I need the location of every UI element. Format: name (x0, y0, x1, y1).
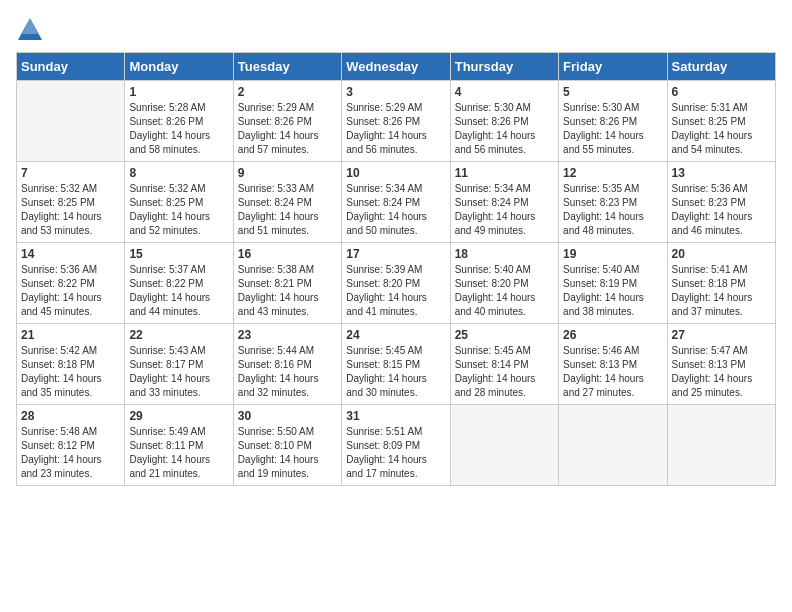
day-info: Sunrise: 5:37 AMSunset: 8:22 PMDaylight:… (129, 263, 228, 319)
day-number: 26 (563, 328, 662, 342)
day-cell (559, 405, 667, 486)
day-info: Sunrise: 5:50 AMSunset: 8:10 PMDaylight:… (238, 425, 337, 481)
day-cell (667, 405, 775, 486)
day-info: Sunrise: 5:28 AMSunset: 8:26 PMDaylight:… (129, 101, 228, 157)
day-info: Sunrise: 5:36 AMSunset: 8:23 PMDaylight:… (672, 182, 771, 238)
logo-icon (16, 16, 44, 44)
day-number: 5 (563, 85, 662, 99)
day-number: 24 (346, 328, 445, 342)
day-info: Sunrise: 5:31 AMSunset: 8:25 PMDaylight:… (672, 101, 771, 157)
col-header-friday: Friday (559, 53, 667, 81)
day-cell: 18 Sunrise: 5:40 AMSunset: 8:20 PMDaylig… (450, 243, 558, 324)
day-cell: 12 Sunrise: 5:35 AMSunset: 8:23 PMDaylig… (559, 162, 667, 243)
day-cell: 21 Sunrise: 5:42 AMSunset: 8:18 PMDaylig… (17, 324, 125, 405)
day-info: Sunrise: 5:32 AMSunset: 8:25 PMDaylight:… (21, 182, 120, 238)
day-info: Sunrise: 5:32 AMSunset: 8:25 PMDaylight:… (129, 182, 228, 238)
day-info: Sunrise: 5:30 AMSunset: 8:26 PMDaylight:… (563, 101, 662, 157)
day-number: 12 (563, 166, 662, 180)
day-info: Sunrise: 5:33 AMSunset: 8:24 PMDaylight:… (238, 182, 337, 238)
day-number: 25 (455, 328, 554, 342)
day-cell (17, 81, 125, 162)
day-info: Sunrise: 5:40 AMSunset: 8:19 PMDaylight:… (563, 263, 662, 319)
col-header-thursday: Thursday (450, 53, 558, 81)
day-cell: 16 Sunrise: 5:38 AMSunset: 8:21 PMDaylig… (233, 243, 341, 324)
day-info: Sunrise: 5:41 AMSunset: 8:18 PMDaylight:… (672, 263, 771, 319)
day-cell: 31 Sunrise: 5:51 AMSunset: 8:09 PMDaylig… (342, 405, 450, 486)
day-number: 21 (21, 328, 120, 342)
header-row: SundayMondayTuesdayWednesdayThursdayFrid… (17, 53, 776, 81)
day-cell: 8 Sunrise: 5:32 AMSunset: 8:25 PMDayligh… (125, 162, 233, 243)
day-cell: 23 Sunrise: 5:44 AMSunset: 8:16 PMDaylig… (233, 324, 341, 405)
day-cell: 1 Sunrise: 5:28 AMSunset: 8:26 PMDayligh… (125, 81, 233, 162)
day-info: Sunrise: 5:39 AMSunset: 8:20 PMDaylight:… (346, 263, 445, 319)
day-cell: 4 Sunrise: 5:30 AMSunset: 8:26 PMDayligh… (450, 81, 558, 162)
day-number: 23 (238, 328, 337, 342)
day-cell: 11 Sunrise: 5:34 AMSunset: 8:24 PMDaylig… (450, 162, 558, 243)
week-row-3: 21 Sunrise: 5:42 AMSunset: 8:18 PMDaylig… (17, 324, 776, 405)
day-number: 4 (455, 85, 554, 99)
calendar-table: SundayMondayTuesdayWednesdayThursdayFrid… (16, 52, 776, 486)
day-cell: 3 Sunrise: 5:29 AMSunset: 8:26 PMDayligh… (342, 81, 450, 162)
day-cell: 20 Sunrise: 5:41 AMSunset: 8:18 PMDaylig… (667, 243, 775, 324)
day-cell: 19 Sunrise: 5:40 AMSunset: 8:19 PMDaylig… (559, 243, 667, 324)
day-info: Sunrise: 5:34 AMSunset: 8:24 PMDaylight:… (455, 182, 554, 238)
col-header-monday: Monday (125, 53, 233, 81)
day-info: Sunrise: 5:42 AMSunset: 8:18 PMDaylight:… (21, 344, 120, 400)
day-number: 2 (238, 85, 337, 99)
day-cell: 2 Sunrise: 5:29 AMSunset: 8:26 PMDayligh… (233, 81, 341, 162)
day-cell: 17 Sunrise: 5:39 AMSunset: 8:20 PMDaylig… (342, 243, 450, 324)
col-header-wednesday: Wednesday (342, 53, 450, 81)
day-info: Sunrise: 5:35 AMSunset: 8:23 PMDaylight:… (563, 182, 662, 238)
col-header-saturday: Saturday (667, 53, 775, 81)
day-number: 16 (238, 247, 337, 261)
day-cell: 15 Sunrise: 5:37 AMSunset: 8:22 PMDaylig… (125, 243, 233, 324)
day-info: Sunrise: 5:29 AMSunset: 8:26 PMDaylight:… (238, 101, 337, 157)
week-row-4: 28 Sunrise: 5:48 AMSunset: 8:12 PMDaylig… (17, 405, 776, 486)
day-number: 10 (346, 166, 445, 180)
day-number: 27 (672, 328, 771, 342)
day-info: Sunrise: 5:40 AMSunset: 8:20 PMDaylight:… (455, 263, 554, 319)
day-number: 15 (129, 247, 228, 261)
day-number: 11 (455, 166, 554, 180)
day-cell: 14 Sunrise: 5:36 AMSunset: 8:22 PMDaylig… (17, 243, 125, 324)
week-row-2: 14 Sunrise: 5:36 AMSunset: 8:22 PMDaylig… (17, 243, 776, 324)
day-cell: 9 Sunrise: 5:33 AMSunset: 8:24 PMDayligh… (233, 162, 341, 243)
week-row-0: 1 Sunrise: 5:28 AMSunset: 8:26 PMDayligh… (17, 81, 776, 162)
day-info: Sunrise: 5:47 AMSunset: 8:13 PMDaylight:… (672, 344, 771, 400)
day-info: Sunrise: 5:29 AMSunset: 8:26 PMDaylight:… (346, 101, 445, 157)
day-number: 19 (563, 247, 662, 261)
day-number: 9 (238, 166, 337, 180)
day-cell: 5 Sunrise: 5:30 AMSunset: 8:26 PMDayligh… (559, 81, 667, 162)
day-cell: 26 Sunrise: 5:46 AMSunset: 8:13 PMDaylig… (559, 324, 667, 405)
day-info: Sunrise: 5:34 AMSunset: 8:24 PMDaylight:… (346, 182, 445, 238)
day-number: 7 (21, 166, 120, 180)
day-info: Sunrise: 5:49 AMSunset: 8:11 PMDaylight:… (129, 425, 228, 481)
day-info: Sunrise: 5:45 AMSunset: 8:14 PMDaylight:… (455, 344, 554, 400)
day-number: 28 (21, 409, 120, 423)
logo (16, 16, 48, 44)
header (16, 16, 776, 44)
day-number: 17 (346, 247, 445, 261)
col-header-sunday: Sunday (17, 53, 125, 81)
day-cell: 30 Sunrise: 5:50 AMSunset: 8:10 PMDaylig… (233, 405, 341, 486)
day-number: 13 (672, 166, 771, 180)
page-container: SundayMondayTuesdayWednesdayThursdayFrid… (16, 16, 776, 486)
day-cell: 29 Sunrise: 5:49 AMSunset: 8:11 PMDaylig… (125, 405, 233, 486)
day-number: 20 (672, 247, 771, 261)
day-info: Sunrise: 5:44 AMSunset: 8:16 PMDaylight:… (238, 344, 337, 400)
day-cell: 6 Sunrise: 5:31 AMSunset: 8:25 PMDayligh… (667, 81, 775, 162)
day-number: 3 (346, 85, 445, 99)
day-info: Sunrise: 5:48 AMSunset: 8:12 PMDaylight:… (21, 425, 120, 481)
day-cell: 22 Sunrise: 5:43 AMSunset: 8:17 PMDaylig… (125, 324, 233, 405)
day-cell: 24 Sunrise: 5:45 AMSunset: 8:15 PMDaylig… (342, 324, 450, 405)
day-cell: 27 Sunrise: 5:47 AMSunset: 8:13 PMDaylig… (667, 324, 775, 405)
day-info: Sunrise: 5:46 AMSunset: 8:13 PMDaylight:… (563, 344, 662, 400)
day-info: Sunrise: 5:36 AMSunset: 8:22 PMDaylight:… (21, 263, 120, 319)
day-info: Sunrise: 5:45 AMSunset: 8:15 PMDaylight:… (346, 344, 445, 400)
day-number: 30 (238, 409, 337, 423)
day-number: 8 (129, 166, 228, 180)
svg-marker-1 (22, 18, 38, 34)
day-number: 18 (455, 247, 554, 261)
day-cell: 25 Sunrise: 5:45 AMSunset: 8:14 PMDaylig… (450, 324, 558, 405)
day-cell: 28 Sunrise: 5:48 AMSunset: 8:12 PMDaylig… (17, 405, 125, 486)
